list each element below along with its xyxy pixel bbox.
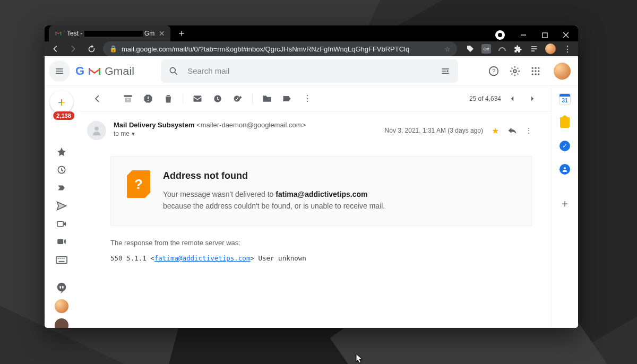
chat-contact-2[interactable] xyxy=(55,318,68,328)
browser-tab[interactable]: Test - Gm ✕ xyxy=(49,25,170,41)
chrome-menu-button[interactable]: ⋮ xyxy=(561,44,574,54)
tab-title: Test - Gm xyxy=(67,30,154,37)
svg-rect-17 xyxy=(57,239,63,244)
svg-rect-19 xyxy=(58,258,59,259)
settings-gear-icon[interactable] xyxy=(509,65,521,77)
support-icon[interactable]: ? xyxy=(488,65,500,77)
pager-text: 25 of 4,634 xyxy=(469,95,501,102)
search-box[interactable] xyxy=(161,59,458,83)
rail-important-icon[interactable] xyxy=(55,181,68,194)
gmail-app: G Gmail ? xyxy=(45,56,578,328)
pager-next-button[interactable] xyxy=(523,90,541,108)
search-options-icon[interactable] xyxy=(440,66,451,76)
message-date: Nov 3, 2021, 1:31 AM (3 days ago) xyxy=(385,127,483,134)
rail-sent-icon[interactable] xyxy=(55,200,68,212)
svg-point-24 xyxy=(57,283,66,292)
mark-unread-button[interactable] xyxy=(188,90,206,108)
side-panel: 31 ✓ ＋ xyxy=(552,86,578,328)
window-minimize-button[interactable] xyxy=(514,28,532,42)
star-button[interactable]: ★ xyxy=(492,126,499,136)
move-to-button[interactable] xyxy=(258,90,276,108)
svg-point-5 xyxy=(513,70,517,73)
compose-button[interactable]: ＋ xyxy=(50,90,73,114)
snooze-button[interactable] xyxy=(209,90,227,108)
nav-back-button[interactable] xyxy=(49,42,62,55)
message-more-button[interactable]: ⋮ xyxy=(526,127,532,134)
bookmark-star-icon[interactable]: ☆ xyxy=(444,45,451,53)
rail-snoozed-icon[interactable] xyxy=(55,163,68,176)
search-icon xyxy=(168,66,179,76)
calendar-addon-icon[interactable]: 31 xyxy=(559,93,571,105)
svg-rect-0 xyxy=(543,33,547,38)
report-spam-button[interactable] xyxy=(139,90,157,108)
svg-point-13 xyxy=(535,73,536,75)
get-addons-button[interactable]: ＋ xyxy=(559,196,570,211)
tab-strip: Test - Gm ✕ ＋ xyxy=(45,25,578,41)
chat-contact-me[interactable] xyxy=(55,299,68,313)
server-response: The response from the remote server was:… xyxy=(110,239,532,262)
svg-point-9 xyxy=(532,70,533,72)
extensions-puzzle-icon[interactable] xyxy=(513,44,523,54)
reading-list-icon[interactable] xyxy=(529,44,539,54)
rail-meet-video-icon[interactable] xyxy=(55,236,68,248)
pager-prev-button[interactable] xyxy=(503,90,521,108)
bounce-icon: ? xyxy=(127,170,150,198)
gmail-logo[interactable]: G Gmail xyxy=(75,64,134,78)
svg-point-12 xyxy=(532,73,533,75)
gmail-brand-text: Gmail xyxy=(105,65,134,77)
rail-meet-camera-icon[interactable] xyxy=(55,218,68,230)
delete-button[interactable] xyxy=(159,90,177,108)
nav-reload-button[interactable] xyxy=(85,42,98,55)
labels-button[interactable] xyxy=(278,90,296,108)
svg-text:?: ? xyxy=(492,67,495,74)
left-rail: ＋ 2,138 xyxy=(45,86,79,328)
back-to-inbox-button[interactable] xyxy=(88,90,106,108)
svg-rect-21 xyxy=(62,258,63,259)
window-close-button[interactable] xyxy=(557,28,575,42)
rail-inbox-icon[interactable] xyxy=(55,127,68,140)
profile-avatar-icon[interactable] xyxy=(545,44,556,54)
window-maximize-button[interactable] xyxy=(536,28,554,42)
svg-point-10 xyxy=(535,70,536,72)
contacts-addon-icon[interactable] xyxy=(559,163,571,175)
add-to-tasks-button[interactable] xyxy=(229,90,247,108)
more-actions-button[interactable]: ⋮ xyxy=(298,90,316,108)
unread-badge: 2,138 xyxy=(53,111,74,120)
show-details-icon[interactable]: ▾ xyxy=(132,130,135,137)
main-menu-button[interactable] xyxy=(49,60,70,82)
sender-name: Mail Delivery Subsystem xyxy=(114,121,194,129)
bounce-notice: ? Address not found Your message wasn't … xyxy=(110,156,532,226)
omnibox[interactable]: 🔒 mail.google.com/mail/u/0/?tab=rm&ogbl#… xyxy=(103,41,457,56)
keep-addon-icon[interactable] xyxy=(559,117,571,128)
svg-rect-20 xyxy=(59,258,61,259)
svg-rect-26 xyxy=(148,96,149,99)
account-avatar[interactable] xyxy=(554,63,571,80)
tab-close-icon[interactable]: ✕ xyxy=(159,29,165,38)
svg-rect-27 xyxy=(148,100,149,101)
svg-point-32 xyxy=(564,167,566,169)
search-input[interactable] xyxy=(186,66,433,76)
tab-search-button[interactable] xyxy=(495,30,505,40)
new-tab-button[interactable]: ＋ xyxy=(170,27,193,39)
gmail-header: G Gmail ? xyxy=(45,56,578,86)
response-label: The response from the remote server was: xyxy=(110,239,532,247)
extension-arc-icon[interactable] xyxy=(497,44,507,54)
rail-hangouts-icon[interactable] xyxy=(55,281,68,294)
reply-button[interactable] xyxy=(507,126,517,135)
smtp-line: 550 5.1.1 <fatima@addictivetips.com> Use… xyxy=(110,254,532,262)
rail-starred-icon[interactable] xyxy=(55,145,68,158)
main-column: ⋮ 25 of 4,634 xyxy=(79,86,552,328)
svg-point-8 xyxy=(538,67,539,68)
google-apps-icon[interactable] xyxy=(530,66,541,76)
extension-tag-icon[interactable] xyxy=(466,44,475,54)
rail-keyboard-icon[interactable] xyxy=(55,254,68,266)
smtp-email-link[interactable]: fatima@addictivetips.com xyxy=(154,254,251,262)
archive-button[interactable] xyxy=(119,90,137,108)
nav-forward-button[interactable] xyxy=(67,42,80,55)
bounce-title: Address not found xyxy=(163,170,391,181)
recipient-text: to me xyxy=(114,130,130,137)
cursor-icon xyxy=(356,353,363,364)
extension-off-icon[interactable]: Off xyxy=(481,44,491,54)
gmail-m-icon: G xyxy=(75,64,84,78)
tasks-addon-icon[interactable]: ✓ xyxy=(559,140,571,152)
